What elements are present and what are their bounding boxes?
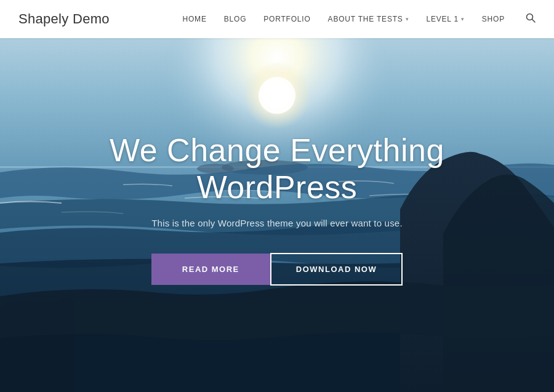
nav-item-about[interactable]: ABOUT THE TESTS ▾ xyxy=(328,15,409,23)
read-more-button[interactable]: READ MORE xyxy=(151,254,270,285)
main-nav: HOME BLOG PORTFOLIO ABOUT THE TESTS ▾ LE… xyxy=(183,13,536,25)
nav-item-blog[interactable]: BLOG xyxy=(224,15,247,23)
hero-section: We Change Everything WordPress This is t… xyxy=(0,0,554,392)
site-title[interactable]: Shapely Demo xyxy=(18,11,110,27)
site-header: Shapely Demo HOME BLOG PORTFOLIO ABOUT T… xyxy=(0,0,554,38)
nav-item-home[interactable]: HOME xyxy=(183,15,207,23)
hero-content: We Change Everything WordPress This is t… xyxy=(0,38,554,392)
search-icon[interactable] xyxy=(526,13,536,25)
nav-item-portfolio[interactable]: PORTFOLIO xyxy=(263,15,310,23)
nav-item-level1[interactable]: LEVEL 1 ▾ xyxy=(426,15,464,23)
svg-line-1 xyxy=(532,20,536,23)
chevron-down-icon: ▾ xyxy=(461,16,465,22)
hero-subtitle: This is the only WordPress theme you wil… xyxy=(151,218,403,228)
chevron-down-icon: ▾ xyxy=(406,16,409,22)
nav-item-shop[interactable]: SHOP xyxy=(482,15,505,23)
hero-title: We Change Everything WordPress xyxy=(110,132,444,206)
hero-buttons: READ MORE DOWNLOAD NOW xyxy=(151,253,403,286)
download-now-button[interactable]: DOWNLOAD NOW xyxy=(270,253,403,286)
